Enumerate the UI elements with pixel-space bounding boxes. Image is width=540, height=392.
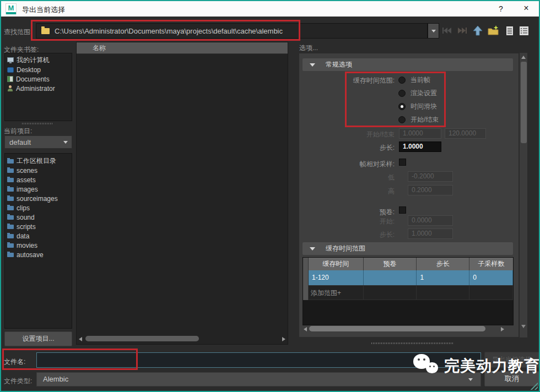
forward-icon[interactable]	[456, 25, 468, 37]
empty-cell	[417, 285, 469, 300]
section-title: 缓存时间范围	[326, 244, 365, 252]
preroll-cell[interactable]	[364, 270, 417, 285]
preroll-checkbox[interactable]	[399, 206, 406, 214]
up-directory-icon[interactable]	[472, 25, 484, 37]
file-list-body[interactable]	[77, 55, 287, 334]
set-project-button[interactable]: 设置项目...	[4, 331, 72, 346]
general-options-section-header[interactable]: 常规选项	[303, 58, 513, 71]
options-splitter-handle[interactable]	[371, 342, 453, 344]
column-header[interactable]: 缓存时间	[309, 258, 364, 270]
folder-item[interactable]: clips	[7, 203, 72, 213]
sidebar-splitter-handle[interactable]	[22, 123, 53, 124]
folder-icon	[7, 215, 14, 220]
folder-icon	[7, 234, 14, 238]
folder-label: clips	[17, 204, 30, 212]
export-selection-button[interactable]: 导出当前选择	[484, 352, 539, 368]
scroll-left-icon[interactable]	[79, 337, 82, 341]
time-range-radio-option[interactable]: 当前帧	[398, 73, 439, 86]
folder-label: autosave	[17, 251, 44, 259]
file-list-horizontal-scrollbar[interactable]	[79, 335, 285, 342]
folder-icon	[7, 168, 14, 173]
folder-icon	[7, 187, 14, 192]
time-range-radio-option[interactable]: 开始/结束	[398, 113, 439, 126]
documents-icon	[7, 76, 13, 82]
scrollbar-thumb[interactable]	[521, 62, 527, 143]
folder-item[interactable]: images	[7, 184, 72, 194]
folder-item[interactable]: data	[7, 231, 72, 241]
path-combobox[interactable]: C:\Users\Administrator\Documents\maya\pr…	[36, 23, 428, 39]
radio-label: 时间滑块	[411, 102, 437, 111]
maya-icon-bar	[6, 12, 16, 14]
file-type-select[interactable]: Alembic	[36, 372, 481, 386]
radio-icon[interactable]	[398, 103, 406, 110]
path-dropdown-button[interactable]	[428, 23, 439, 39]
folder-item[interactable]: assets	[7, 175, 72, 184]
collapse-triangle-icon	[310, 247, 315, 251]
folder-item[interactable]: sound	[7, 213, 72, 222]
close-button[interactable]: ×	[521, 3, 531, 13]
column-header[interactable]: 子采样数	[469, 258, 513, 270]
folder-item[interactable]: scenes	[7, 166, 72, 175]
back-icon[interactable]	[441, 25, 453, 37]
time-range-radio-option[interactable]: 时间滑块	[398, 100, 439, 113]
folder-item[interactable]: 工作区根目录	[7, 156, 72, 166]
scroll-right-icon[interactable]	[282, 337, 285, 341]
high-field: 0.2000	[408, 185, 453, 195]
step-cell[interactable]: 1	[417, 270, 469, 285]
folder-label: 工作区根目录	[17, 156, 56, 166]
scroll-up-icon[interactable]	[521, 56, 526, 59]
scrollbar-thumb[interactable]	[85, 336, 199, 341]
add-range-label[interactable]: 添加范围+	[309, 285, 364, 300]
table-horizontal-scrollbar[interactable]	[304, 325, 504, 333]
folder-icon	[7, 225, 14, 229]
row-header-strip[interactable]	[303, 270, 309, 285]
step-field[interactable]: 1.0000	[399, 141, 441, 152]
scroll-right-icon[interactable]	[501, 327, 504, 331]
bookmark-item-documents[interactable]: Documents	[7, 74, 72, 84]
column-header[interactable]: 预卷	[364, 258, 417, 270]
file-name-input[interactable]	[36, 352, 481, 368]
table-row-selected[interactable]: 1-120 1 0	[303, 270, 513, 285]
cache-time-cell[interactable]: 1-120	[309, 270, 364, 285]
cache-ranges-table: 缓存时间 预卷 步长 子采样数 1-120 1 0 添加范围+	[303, 257, 514, 325]
list-view-icon[interactable]	[504, 25, 516, 37]
scroll-down-icon[interactable]	[521, 325, 526, 328]
subsamples-cell[interactable]: 0	[469, 270, 513, 285]
cancel-button[interactable]: 取消	[484, 371, 539, 386]
project-select[interactable]: default	[4, 135, 72, 149]
options-panel: 常规选项 缓存时间范围: 当前帧 渲染设置 时间滑块	[299, 53, 519, 337]
step-label: 步长:	[332, 143, 395, 153]
folder-item[interactable]: movies	[7, 241, 72, 250]
cache-time-range-section-header[interactable]: 缓存时间范围	[303, 242, 513, 255]
folder-item[interactable]: scripts	[7, 222, 72, 231]
radio-label: 当前帧	[411, 75, 430, 85]
radio-icon[interactable]	[398, 90, 406, 97]
column-header[interactable]: 步长	[417, 258, 469, 270]
add-range-row[interactable]: 添加范围+	[303, 285, 513, 300]
name-column-header[interactable]: 名称	[77, 42, 288, 54]
radio-icon[interactable]	[398, 77, 406, 84]
folder-label: movies	[17, 242, 37, 249]
bookmark-item-administrator[interactable]: Administrator	[7, 84, 72, 93]
preroll-start-label: 开始:	[354, 217, 395, 226]
folder-item[interactable]: autosave	[7, 250, 72, 259]
bookmark-item-desktop[interactable]: Desktop	[7, 65, 72, 74]
details-view-icon[interactable]	[518, 25, 530, 37]
help-button[interactable]: ?	[496, 4, 506, 14]
bookmark-label: Desktop	[17, 66, 41, 74]
folder-label: scenes	[17, 167, 37, 175]
options-vertical-scrollbar[interactable]	[519, 53, 527, 337]
start-field: 1.0000	[399, 128, 441, 139]
time-range-radio-option[interactable]: 渲染设置	[398, 86, 439, 100]
radio-icon[interactable]	[398, 116, 406, 123]
scrollbar-thumb[interactable]	[309, 326, 485, 331]
folder-item[interactable]: sourceimages	[7, 194, 72, 203]
scroll-left-icon[interactable]	[304, 327, 307, 331]
frame-relative-sample-checkbox[interactable]	[399, 159, 406, 166]
end-field: 120.0000	[445, 128, 486, 139]
time-range-radio-group: 当前帧 渲染设置 时间滑块 开始/结束	[398, 73, 439, 126]
computer-icon	[7, 57, 14, 62]
bookmark-label: Administrator	[16, 85, 55, 92]
bookmark-item-computer[interactable]: 我的计算机	[7, 56, 72, 65]
new-folder-icon[interactable]	[487, 25, 499, 37]
